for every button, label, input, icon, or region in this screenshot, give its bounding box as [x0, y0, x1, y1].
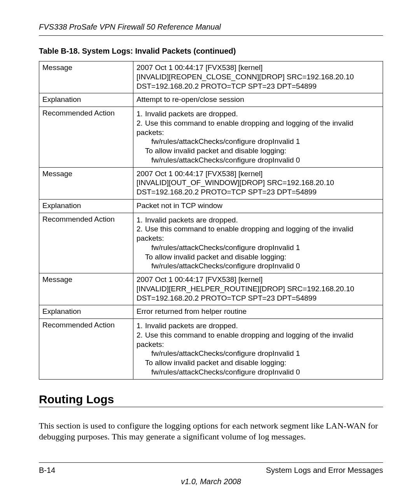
header-rule	[39, 35, 383, 36]
table-row: Message 2007 Oct 1 00:44:17 [FVX538] [ke…	[39, 167, 383, 199]
table-row: Explanation Error returned from helper r…	[39, 305, 383, 319]
msg-line: [INVALID][OUT_OF_WINDOW][DROP] SRC=192.1…	[136, 178, 334, 187]
page: FVS338 ProSafe VPN Firewall 50 Reference…	[0, 0, 420, 504]
table-row: Recommended Action 1.Invalid packets are…	[39, 319, 383, 380]
row-value: 2007 Oct 1 00:44:17 [FVX538] [kernel] [I…	[133, 273, 383, 305]
action-cmd: fw/rules/attackChecks/configure dropInva…	[136, 349, 380, 358]
action-cmd: fw/rules/attackChecks/configure dropInva…	[136, 368, 380, 377]
row-label: Recommended Action	[39, 107, 133, 168]
table-row: Explanation Attempt to re-open/close ses…	[39, 93, 383, 107]
table-row: Recommended Action 1.Invalid packets are…	[39, 213, 383, 273]
table-row: Explanation Packet not in TCP window	[39, 199, 383, 213]
row-value: Attempt to re-open/close session	[133, 93, 383, 107]
action-list: 1.Invalid packets are dropped. 2.Use thi…	[136, 109, 380, 165]
msg-line: DST=192.168.20.2 PROTO=TCP SPT=23 DPT=54…	[136, 82, 317, 90]
msg-line: 2007 Oct 1 00:44:17 [FVX538] [kernel]	[136, 63, 262, 72]
action-list: 1.Invalid packets are dropped. 2.Use thi…	[136, 215, 380, 271]
chapter-title: System Logs and Error Messages	[266, 466, 383, 475]
row-value: Packet not in TCP window	[133, 199, 383, 213]
action-cmd: fw/rules/attackChecks/configure dropInva…	[136, 261, 380, 271]
msg-line: [INVALID][ERR_HELPER_ROUTINE][DROP] SRC=…	[136, 285, 354, 293]
msg-line: DST=192.168.20.2 PROTO=TCP SPT=23 DPT=54…	[136, 188, 317, 196]
page-number: B-14	[39, 466, 55, 475]
action-item: Use this command to enable dropping and …	[136, 331, 354, 348]
action-item: Use this command to enable dropping and …	[136, 119, 354, 136]
section-heading: Routing Logs	[39, 393, 383, 406]
action-item: Invalid packets are dropped.	[145, 322, 238, 330]
row-value: 1.Invalid packets are dropped. 2.Use thi…	[133, 107, 383, 168]
table-row: Recommended Action 1.Invalid packets are…	[39, 107, 383, 168]
row-value: 1.Invalid packets are dropped. 2.Use thi…	[133, 213, 383, 273]
row-label: Recommended Action	[39, 319, 133, 380]
action-item: Invalid packets are dropped.	[145, 110, 238, 118]
row-label: Message	[39, 61, 133, 93]
action-item: Invalid packets are dropped.	[145, 216, 238, 224]
row-label: Message	[39, 167, 133, 199]
section-rule	[39, 407, 383, 407]
msg-line: 2007 Oct 1 00:44:17 [FVX538] [kernel]	[136, 275, 262, 284]
log-table: Message 2007 Oct 1 00:44:17 [FVX538] [ke…	[39, 61, 383, 380]
action-cmd: fw/rules/attackChecks/configure dropInva…	[136, 243, 380, 252]
action-item: Use this command to enable dropping and …	[136, 225, 354, 242]
row-value: Error returned from helper routine	[133, 305, 383, 319]
row-value: 1.Invalid packets are dropped. 2.Use thi…	[133, 319, 383, 380]
action-note: To allow invalid packet and disable logg…	[136, 252, 380, 262]
row-label: Explanation	[39, 199, 133, 213]
msg-line: 2007 Oct 1 00:44:17 [FVX538] [kernel]	[136, 170, 262, 178]
row-label: Explanation	[39, 93, 133, 107]
action-list: 1.Invalid packets are dropped. 2.Use thi…	[136, 321, 380, 377]
row-label: Recommended Action	[39, 213, 133, 273]
row-value: 2007 Oct 1 00:44:17 [FVX538] [kernel] [I…	[133, 167, 383, 199]
page-footer: B-14 System Logs and Error Messages v1.0…	[39, 462, 383, 486]
row-value: 2007 Oct 1 00:44:17 [FVX538] [kernel] [I…	[133, 61, 383, 93]
table-row: Message 2007 Oct 1 00:44:17 [FVX538] [ke…	[39, 273, 383, 305]
msg-line: [INVALID][REOPEN_CLOSE_CONN][DROP] SRC=1…	[136, 73, 354, 81]
section-paragraph: This section is used to configure the lo…	[39, 420, 383, 442]
action-cmd: fw/rules/attackChecks/configure dropInva…	[136, 137, 380, 146]
row-label: Explanation	[39, 305, 133, 319]
action-note: To allow invalid packet and disable logg…	[136, 146, 380, 156]
doc-version: v1.0, March 2008	[39, 477, 383, 486]
running-title: FVS338 ProSafe VPN Firewall 50 Reference…	[39, 23, 383, 32]
row-label: Message	[39, 273, 133, 305]
action-note: To allow invalid packet and disable logg…	[136, 358, 380, 368]
table-caption: Table B-18. System Logs: Invalid Packets…	[39, 47, 383, 56]
table-row: Message 2007 Oct 1 00:44:17 [FVX538] [ke…	[39, 61, 383, 93]
action-cmd: fw/rules/attackChecks/configure dropInva…	[136, 156, 380, 165]
msg-line: DST=192.168.20.2 PROTO=TCP SPT=23 DPT=54…	[136, 294, 317, 302]
footer-rule	[39, 462, 383, 463]
